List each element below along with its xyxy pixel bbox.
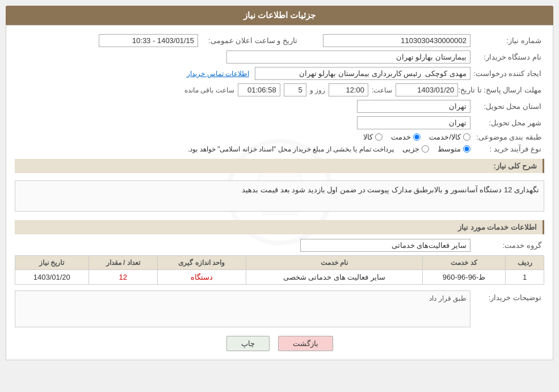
purchase-type-motavasset[interactable]: متوسط — [438, 145, 470, 153]
creator-input[interactable] — [255, 67, 470, 80]
services-section-header: اطلاعات خدمات مورد نیاز — [15, 220, 544, 234]
col-row-num: ردیف — [506, 256, 544, 270]
deadline-time-input[interactable] — [329, 83, 368, 96]
buyer-notes-box[interactable]: طبق قرار داد — [15, 290, 470, 327]
cell-date: 1403/01/20 — [15, 270, 89, 285]
buyer-org-row: نام دستگاه خریدار: — [15, 50, 544, 64]
category-option-kala-khedmat[interactable]: کالا/خدمت — [429, 133, 470, 141]
buyer-org-label: نام دستگاه خریدار: — [470, 53, 544, 61]
deadline-day-input[interactable] — [284, 83, 306, 96]
cell-quantity: 12 — [89, 270, 157, 285]
purchase-type-label: نوع فرآیند خرید : — [470, 145, 544, 153]
col-quantity: تعداد / مقدار — [89, 256, 157, 270]
col-service-code: کد خدمت — [423, 256, 506, 270]
purchase-type-radio-group: متوسط جزیی — [402, 145, 470, 153]
col-service-name: نام خدمت — [246, 256, 422, 270]
col-unit: واحد اندازه گیری — [157, 256, 246, 270]
purchase-type-jozii[interactable]: جزیی — [402, 145, 429, 153]
need-number-label: شماره نیاز: — [470, 36, 544, 45]
purchase-note: پرداخت تمام یا بخشی از مبلغ خریداز محل "… — [188, 145, 394, 153]
deadline-time-label: ساعت: — [372, 86, 392, 94]
deadline-label: مهلت ارسال پاسخ: تا تاریخ: — [458, 86, 544, 94]
print-button[interactable]: چاپ — [226, 336, 270, 351]
back-button[interactable]: بازگشت — [278, 336, 333, 351]
deadline-remaining-input[interactable] — [238, 83, 280, 96]
category-option-khedmat[interactable]: خدمت — [391, 133, 421, 141]
creator-row: ایجاد کننده درخواست: اطلاعات تماس خریدار — [15, 67, 544, 80]
service-group-input[interactable] — [300, 239, 470, 252]
deadline-remaining-label: ساعت باقی مانده — [184, 86, 234, 94]
province-input[interactable] — [357, 100, 470, 113]
services-table: ردیف کد خدمت نام خدمت واحد اندازه گیری ت… — [15, 255, 544, 285]
category-row: طبقه بندی موضوعی: کالا/خدمت خدمت کالا — [15, 133, 544, 141]
page-title: جزئیات اطلاعات نیاز — [6, 6, 553, 25]
description-box[interactable]: نگهداری 12 دستگاه آسانسور و بالابرطبق مد… — [15, 180, 544, 212]
announcement-date-input[interactable] — [99, 34, 198, 47]
purchase-type-row: نوع فرآیند خرید : متوسط جزیی پرداخت تمام… — [15, 145, 544, 153]
description-container: نگهداری 12 دستگاه آسانسور و بالابرطبق مد… — [15, 178, 544, 214]
cell-service-code: ط-96-96-960 — [423, 270, 506, 285]
cell-row-num: 1 — [506, 270, 544, 285]
col-date: تاریخ نیاز — [15, 256, 89, 270]
button-row: بازگشت چاپ — [15, 336, 544, 351]
contact-link[interactable]: اطلاعات تماس خریدار — [187, 70, 249, 78]
deadline-row: مهلت ارسال پاسخ: تا تاریخ: ساعت: روز و س… — [15, 83, 544, 96]
deadline-date-input[interactable] — [396, 83, 458, 96]
need-number-row: شماره نیاز: تاریخ و ساعت اعلان عمومی: — [15, 34, 544, 47]
description-section-header: شرح کلی نیاز: — [15, 159, 544, 173]
buyer-notes-label: توضیحات خریدار: — [470, 290, 544, 302]
category-radio-group: کالا/خدمت خدمت کالا — [363, 133, 470, 141]
creator-label: ایجاد کننده درخواست: — [470, 69, 544, 78]
service-group-row: گروه خدمت: — [15, 239, 544, 252]
buyer-notes-container: طبق قرار داد — [15, 290, 470, 327]
city-input[interactable] — [357, 116, 470, 129]
buyer-org-input[interactable] — [226, 50, 470, 64]
announcement-date-label: تاریخ و ساعت اعلان عمومی: — [198, 36, 300, 45]
table-row: 1 ط-96-96-960 سایر فعالیت های خدماتی شخص… — [15, 270, 544, 285]
deadline-day-label: روز و — [310, 86, 325, 94]
province-label: استان محل تحویل: — [470, 102, 544, 111]
city-label: شهر محل تحویل: — [470, 119, 544, 127]
cell-unit: دستگاه — [157, 270, 246, 285]
service-group-label: گروه خدمت: — [470, 241, 544, 250]
category-label: طبقه بندی موضوعی: — [470, 133, 544, 141]
city-row: شهر محل تحویل: — [15, 116, 544, 129]
buyer-notes-text: طبق قرار داد — [19, 294, 466, 302]
buyer-notes-section: توضیحات خریدار: طبق قرار داد — [15, 290, 544, 327]
province-row: استان محل تحویل: — [15, 100, 544, 113]
need-number-input[interactable] — [323, 34, 470, 47]
cell-service-name: سایر فعالیت های خدماتی شخصی — [246, 270, 422, 285]
category-option-kala[interactable]: کالا — [363, 133, 383, 141]
